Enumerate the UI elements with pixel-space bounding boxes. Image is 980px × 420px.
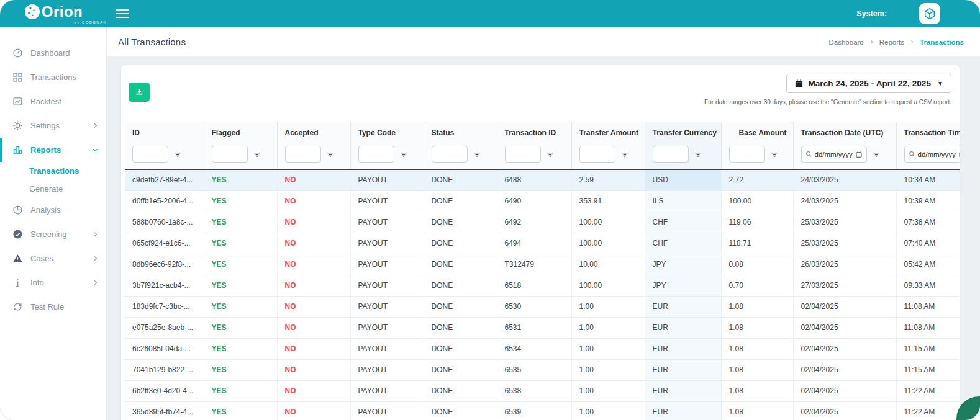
sidebar-item-transactions[interactable]: Transactions (0, 65, 106, 89)
floating-action-button[interactable] (956, 396, 980, 420)
filter-icon[interactable] (872, 150, 881, 159)
column-header[interactable]: Accepted (277, 122, 350, 142)
table-cell: YES (204, 275, 277, 296)
column-filter-input[interactable] (212, 146, 248, 163)
sidebar-item-label: Dashboard (30, 48, 70, 58)
date-range-picker[interactable]: March 24, 2025 - April 22, 2025 ▼ (786, 74, 951, 93)
table-cell: JPY (645, 275, 721, 296)
column-filter-input[interactable] (358, 146, 394, 163)
info-icon (12, 277, 23, 288)
filter-icon[interactable] (546, 150, 555, 159)
column-filter-input[interactable] (579, 146, 615, 163)
table-cell: PAYOUT (350, 359, 424, 380)
column-header[interactable]: Type Code (350, 122, 424, 142)
table-row[interactable]: 588b0760-1a8c-...YESNOPAYOUTDONE6492100.… (125, 212, 960, 233)
table-row[interactable]: 7041b129-b822-...YESNOPAYOUTDONE65351.00… (125, 359, 960, 380)
table-row[interactable]: 183d9fc7-c3bc-...YESNOPAYOUTDONE65301.00… (125, 296, 960, 317)
table-cell: YES (204, 169, 277, 190)
table-row[interactable]: c9defb27-89ef-4...YESNOPAYOUTDONE64882.5… (125, 169, 960, 190)
sidebar-subitem-report-generate[interactable]: Generate (0, 180, 106, 198)
table-cell: 11:15 AM (896, 359, 960, 380)
hamburger-menu-icon[interactable] (116, 7, 129, 20)
column-header[interactable]: ID (125, 122, 204, 142)
table-cell: e075a25e-8aeb-... (125, 317, 204, 338)
column-header[interactable]: Transfer Amount (571, 122, 645, 142)
system-label: System: (856, 9, 887, 18)
table-cell: NO (277, 233, 350, 254)
table-cell: PAYOUT (350, 296, 424, 317)
filter-icon[interactable] (399, 150, 408, 159)
table-cell: 1.08 (721, 296, 793, 317)
sidebar-item-label: Analysis (30, 205, 60, 215)
filter-row: dd/mm/yyyydd/mm/yyyy (125, 142, 960, 169)
sidebar-item-screening[interactable]: Screening (0, 222, 106, 246)
filter-icon[interactable] (473, 150, 481, 159)
table-cell: YES (204, 380, 277, 401)
table-cell: JPY (645, 254, 721, 275)
table-cell: NO (277, 212, 350, 233)
table-cell: 1.00 (571, 380, 645, 401)
breadcrumb-dashboard[interactable]: Dashboard (829, 38, 864, 46)
date-placeholder: dd/mm/yyyy (918, 151, 956, 158)
filter-icon[interactable] (326, 150, 335, 159)
column-header[interactable]: Base Amount (721, 122, 793, 142)
sidebar-item-dashboard[interactable]: Dashboard (0, 41, 106, 65)
table-cell: 1.00 (571, 338, 645, 359)
table-row[interactable]: 6b2ff3e0-4d20-4...YESNOPAYOUTDONE65381.0… (125, 380, 960, 401)
table-cell: 1.08 (721, 380, 793, 401)
sidebar-subitem-report-transactions[interactable]: Transactions (0, 162, 106, 180)
column-filter-input[interactable] (653, 146, 689, 163)
sidebar-item-backtest[interactable]: Backtest (0, 89, 106, 114)
filter-icon[interactable] (173, 150, 182, 159)
breadcrumb-reports[interactable]: Reports (879, 38, 904, 46)
brand-logo[interactable]: Orion by CODENAK (0, 0, 107, 27)
table-cell: NO (277, 401, 350, 420)
filter-icon[interactable] (620, 150, 629, 159)
filter-icon[interactable] (694, 150, 702, 159)
app-window: Orion by CODENAK System: Dashboard Trans… (0, 0, 980, 420)
calendar-icon (794, 79, 804, 88)
table-cell: 8db96ec6-92f8-... (125, 254, 204, 275)
export-download-button[interactable] (129, 83, 150, 102)
table-cell: 02/04/2025 (793, 338, 896, 359)
table-row[interactable]: 8db96ec6-92f8-...YESNOPAYOUTDONET3124791… (125, 254, 960, 275)
column-filter-input[interactable] (285, 146, 321, 163)
column-filter-input[interactable] (505, 146, 541, 163)
sidebar-item-settings[interactable]: Settings (0, 114, 106, 138)
table-row[interactable]: 065cf924-e1c6-...YESNOPAYOUTDONE6494100.… (125, 233, 960, 254)
table-cell: 25/03/2025 (793, 212, 896, 233)
chevron-right-icon (92, 279, 99, 286)
sidebar-item-test-rule[interactable]: Test Rule (0, 295, 106, 319)
column-header[interactable]: Transaction ID (497, 122, 571, 142)
table-cell: EUR (645, 359, 721, 380)
sidebar-item-analysis[interactable]: Analysis (0, 198, 106, 222)
table-row[interactable]: 3b7f921c-acb4-...YESNOPAYOUTDONE6518100.… (125, 275, 960, 296)
filter-icon[interactable] (770, 150, 779, 159)
sidebar-item-label: Info (30, 278, 44, 287)
column-header[interactable]: Transfer Currency (645, 122, 721, 142)
column-header[interactable]: Flagged (204, 122, 277, 142)
table-cell: DONE (424, 190, 497, 212)
sidebar-item-label: Backtest (30, 97, 61, 106)
table-cell: 353.91 (571, 190, 645, 212)
system-switcher-button[interactable] (919, 3, 940, 24)
sidebar-item-cases[interactable]: Cases (0, 246, 106, 270)
column-header[interactable]: Transaction Time (UTC) (896, 122, 960, 142)
column-header[interactable]: Transaction Date (UTC) (793, 122, 896, 142)
table-row[interactable]: d0ffb1e5-2006-4...YESNOPAYOUTDONE6490353… (125, 190, 960, 212)
table-row[interactable]: 6c26085f-04da-...YESNOPAYOUTDONE65341.00… (125, 338, 960, 359)
column-filter-input[interactable] (729, 146, 765, 163)
table-cell: 10.00 (571, 254, 645, 275)
date-filter-input[interactable]: dd/mm/yyyy (801, 146, 867, 163)
column-filter-input[interactable] (132, 146, 168, 163)
column-header[interactable]: Status (424, 122, 497, 142)
filter-icon[interactable] (253, 150, 261, 159)
brand-name: Orion (42, 4, 83, 19)
sidebar-item-info[interactable]: Info (0, 270, 106, 295)
sidebar-item-reports[interactable]: Reports (0, 138, 106, 162)
date-placeholder: dd/mm/yyyy (815, 151, 853, 158)
date-filter-input[interactable]: dd/mm/yyyy (904, 146, 960, 163)
table-row[interactable]: e075a25e-8aeb-...YESNOPAYOUTDONE65311.00… (125, 317, 960, 338)
column-filter-input[interactable] (432, 146, 468, 163)
table-row[interactable]: 365d895f-fb74-4...YESNOPAYOUTDONE65391.0… (125, 401, 960, 420)
